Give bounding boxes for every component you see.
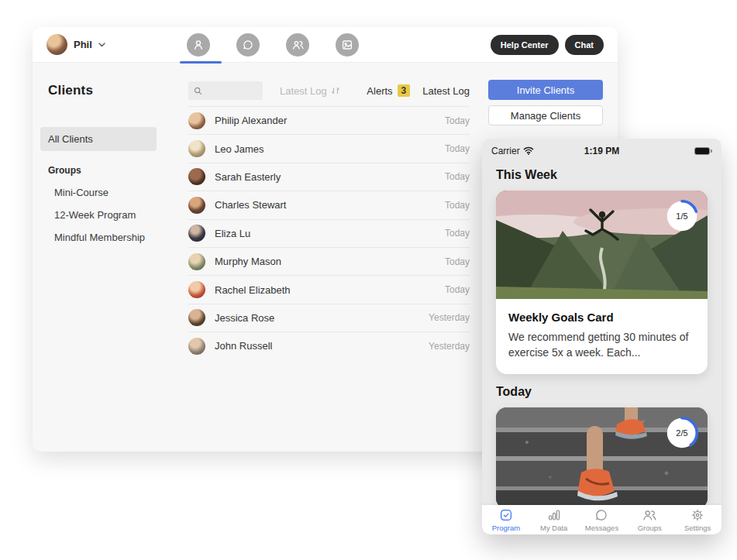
manage-clients-button[interactable]: Manage Clients [488,105,603,125]
avatar [188,338,205,355]
client-name: Eliza Lu [215,228,250,239]
table-row[interactable]: Sarah Easterly Today [188,163,470,191]
weekly-goals-card[interactable]: 1/5 Weekly Goals Card We recommend getti… [496,191,708,374]
search-icon [194,87,202,95]
latest-log-value: Today [445,256,470,267]
card-description: We recommend getting 30 minutes of exerc… [508,329,695,361]
bar-chart-icon [547,508,561,522]
user-avatar [46,34,67,55]
sidebar: Clients All Clients Groups Mini-Course 1… [33,63,188,452]
image-icon [341,39,353,51]
search-box[interactable] [188,81,263,100]
card-title: Weekly Goals Card [508,311,695,324]
nav-messages-tab[interactable] [236,33,260,57]
phone-status-bar: Carrier 1:19 PM [482,139,722,157]
table-row[interactable]: Jessica Rose Yesterday [188,304,470,332]
chevron-down-icon [98,43,105,47]
table-row[interactable]: John Russell Yesterday [188,332,470,359]
table-row[interactable]: Leo James Today [188,134,470,162]
nav-clients-tab[interactable] [187,33,210,57]
main-nav [187,33,359,57]
weekly-card-photo: 1/5 [496,191,708,299]
latest-log-column-header: Latest Log [422,85,470,97]
latest-log-value: Today [445,143,470,154]
latest-log-value: Today [445,284,470,295]
people-icon [291,39,305,51]
sidebar-item-all-clients[interactable]: All Clients [40,127,157,151]
help-center-button[interactable]: Help Center [491,35,559,55]
battery-icon [694,147,712,155]
sort-arrows-icon [331,86,340,95]
table-row[interactable]: Charles Stewart Today [188,191,470,218]
client-rows: Philip Alexander Today Leo James Today S… [188,106,470,360]
table-row[interactable]: Rachel Elizabeth Today [188,275,470,303]
client-name: Philip Alexander [215,115,287,126]
check-square-icon [499,508,513,522]
client-name: Charles Stewart [215,199,286,211]
table-row[interactable]: Philip Alexander Today [188,106,470,134]
people-icon [642,508,657,522]
avatar [188,197,205,214]
client-name: Jessica Rose [215,312,274,324]
sidebar-item-mindful-membership[interactable]: Mindful Membership [48,232,188,243]
latest-log-value: Yesterday [429,341,470,352]
sidebar-item-12-week-program[interactable]: 12-Week Program [48,209,188,221]
client-name: Sarah Easterly [215,171,281,183]
user-menu[interactable]: Phil [46,34,105,55]
today-goal-card[interactable]: 2/5 [496,407,708,509]
section-heading-this-week: This Week [496,168,708,182]
page-title: Clients [48,83,188,98]
tab-groups[interactable]: Groups [625,505,673,534]
nav-media-tab[interactable] [336,33,359,57]
tab-label: Program [492,524,520,532]
avatar [188,281,205,298]
latest-log-value: Yesterday [429,312,470,323]
tab-label: Messages [585,524,618,532]
gear-icon [691,508,704,522]
avatar [188,253,205,270]
message-bubble-icon [594,508,608,522]
tab-program[interactable]: Program [482,505,530,534]
client-name: Murphy Mason [215,256,281,267]
sidebar-item-mini-course[interactable]: Mini-Course [48,187,188,198]
chat-bubble-icon [242,39,254,51]
search-input[interactable] [206,85,260,96]
client-list-panel: Latest Log Alerts 3 Latest Log Philip Al… [188,63,470,360]
status-time: 1:19 PM [482,146,722,156]
client-name: John Russell [215,340,272,352]
sidebar-groups-heading: Groups [48,165,188,176]
client-actions: Invite Clients Manage Clients [488,80,603,125]
avatar [188,309,205,326]
nav-groups-tab[interactable] [286,33,309,57]
tab-messages[interactable]: Messages [578,505,626,534]
list-controls: Latest Log Alerts 3 Latest Log [188,81,470,101]
avatar [188,168,205,185]
sort-control[interactable]: Latest Log [280,85,340,97]
phone-tab-bar: Program My Data Messages [482,505,722,534]
sort-label: Latest Log [280,85,327,97]
alerts-label: Alerts [367,85,392,97]
table-row[interactable]: Murphy Mason Today [188,247,470,275]
phone-mockup: Carrier 1:19 PM This Week [482,139,722,534]
alerts-count-badge: 3 [398,84,411,97]
avatar [188,225,205,242]
alerts-filter[interactable]: Alerts 3 [367,84,410,97]
person-icon [192,39,205,51]
progress-badge: 1/5 [665,199,699,233]
chat-button[interactable]: Chat [565,35,604,55]
invite-clients-button[interactable]: Invite Clients [488,80,603,100]
tab-settings[interactable]: Settings [673,505,722,534]
tab-label: Groups [638,524,662,532]
client-name: Rachel Elizabeth [215,284,291,296]
tab-my-data[interactable]: My Data [530,505,578,534]
latest-log-value: Today [445,115,470,126]
latest-log-value: Today [445,228,470,239]
table-row[interactable]: Eliza Lu Today [188,219,470,247]
section-heading-today: Today [496,385,708,399]
progress-badge: 2/5 [665,416,699,450]
progress-value: 2/5 [665,416,699,450]
progress-value: 1/5 [665,199,699,233]
tab-label: My Data [540,524,567,532]
tab-label: Settings [684,524,711,532]
latest-log-value: Today [445,171,470,182]
